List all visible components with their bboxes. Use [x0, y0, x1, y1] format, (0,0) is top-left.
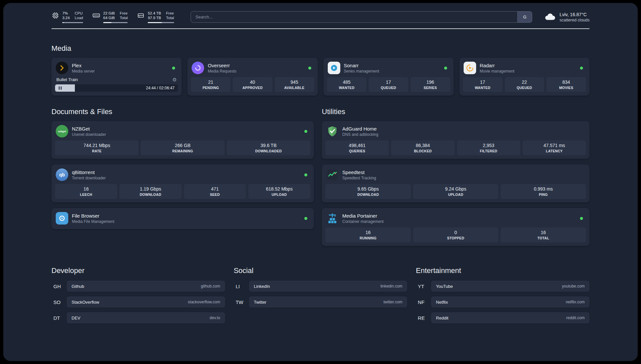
- playback-progress-bar[interactable]: 24:44 / 02:06:47: [55, 84, 178, 92]
- stat-label: BLOCKED: [392, 149, 453, 153]
- bookmark-name: Github: [72, 284, 84, 289]
- stat-label: QUEUED: [370, 86, 407, 90]
- search-input[interactable]: [191, 12, 517, 22]
- stat-tile: 498,461 QUERIES: [325, 140, 389, 155]
- stat-label: DOWNLOAD: [327, 193, 410, 197]
- stat-label: REMAINING: [142, 149, 223, 153]
- pause-icon[interactable]: [59, 86, 62, 90]
- stat-label: SERIES: [412, 86, 449, 90]
- stat-label: UPLOAD: [250, 193, 309, 197]
- stat-tile: 266 GB REMAINING: [141, 140, 224, 155]
- qbittorrent-icon: qb: [56, 168, 68, 181]
- service-card-radarr[interactable]: Radarr Movie management 17 WANTED 22 QUE…: [459, 58, 590, 96]
- portainer-icon: [326, 212, 339, 225]
- service-card-sonarr[interactable]: Sonarr Series management 485 WANTED 17 Q…: [323, 58, 454, 96]
- cpu-percent: 7%: [62, 11, 70, 15]
- bookmark-url: youtube.com: [562, 284, 585, 288]
- bookmark-abbr: TW: [234, 299, 249, 305]
- stat-tile: 1.19 Gbps DOWNLOAD: [119, 184, 181, 199]
- sonarr-icon: [328, 62, 340, 74]
- bookmark-name: Netflix: [436, 300, 448, 305]
- stat-value: 47.571 ms: [524, 142, 585, 148]
- disk-free-value: 52.4 TB: [148, 11, 161, 15]
- service-name: AdGuard Home: [342, 126, 378, 132]
- stat-tile: 485 WANTED: [327, 77, 367, 92]
- stat-value: 744.21 Mbps: [56, 142, 137, 148]
- bookmark-name: StackOverflow: [72, 300, 99, 305]
- stat-label: QUEUED: [506, 86, 543, 90]
- service-subtitle: Media File Management: [72, 219, 114, 224]
- status-dot: [580, 217, 583, 220]
- bookmark-stackoverflow[interactable]: SO StackOverflow stackoverflow.com: [51, 296, 225, 308]
- memory-icon: [92, 12, 100, 19]
- cpu-icon: [51, 12, 59, 19]
- bookmark-group-title: Entertainment: [416, 266, 590, 275]
- bookmark-abbr: NF: [416, 299, 431, 305]
- playback-time: 24:44 / 02:06:47: [146, 86, 178, 90]
- service-subtitle: Torrent downloader: [72, 176, 106, 181]
- bookmark-netflix[interactable]: NF Netflix netflix.com: [416, 296, 590, 308]
- stat-tile: 17 WANTED: [463, 77, 503, 92]
- media-section: Plex Media server Bullet Train ⚙ 24:44 /…: [51, 58, 590, 96]
- bookmark-url: dev.to: [210, 316, 220, 320]
- bookmark-github[interactable]: GH Github github.com: [51, 281, 225, 292]
- stat-tile: 945 AVAILABLE: [275, 77, 314, 92]
- stat-label: LATENCY: [524, 149, 585, 153]
- stat-label: RUNNING: [327, 236, 410, 240]
- stat-tile: 196 SERIES: [411, 77, 450, 92]
- service-card-speedtest[interactable]: Speedtest Speedtest Tracking 9.65 Gbps D…: [322, 165, 590, 202]
- stat-value: 9.65 Gbps: [327, 186, 410, 192]
- service-name: Media Portainer: [342, 213, 383, 219]
- gear-icon[interactable]: ⚙: [172, 77, 177, 82]
- stat-label: UPLOAD: [414, 193, 497, 197]
- search-provider-button[interactable]: G: [517, 12, 532, 22]
- stat-tile: 16 TOTAL: [501, 228, 586, 242]
- stat-value: 86,384: [392, 142, 453, 148]
- stat-label: AVAILABLE: [276, 86, 313, 90]
- section-title-media: Media: [51, 44, 590, 53]
- bookmark-group-entertainment: Entertainment YT YouTube youtube.com NF …: [416, 266, 590, 328]
- bookmark-reddit[interactable]: RE Reddit reddit.com: [416, 312, 590, 323]
- bookmark-group-title: Developer: [51, 266, 225, 275]
- bookmark-url: reddit.com: [566, 316, 585, 320]
- bookmark-url: twitter.com: [383, 300, 402, 304]
- stat-tile: 834 MOVIES: [546, 77, 586, 92]
- bookmark-twitter[interactable]: TW Twitter twitter.com: [234, 296, 408, 308]
- stat-label: QUERIES: [327, 149, 387, 153]
- stat-label: FILTERED: [458, 149, 519, 153]
- service-subtitle: DNS and adblocking: [342, 132, 378, 137]
- service-card-adguard[interactable]: AdGuard Home DNS and adblocking 498,461 …: [322, 121, 590, 159]
- cpu-label: CPU: [75, 11, 83, 15]
- cpu-load-value: 3.24: [62, 15, 70, 20]
- bookmark-youtube[interactable]: YT YouTube youtube.com: [416, 281, 590, 292]
- service-card-filebrowser[interactable]: File Browser Media File Management: [51, 208, 314, 229]
- bookmark-abbr: LI: [234, 284, 249, 289]
- service-card-overseerr[interactable]: Overseerr Media Requests 21 PENDING 40 A…: [187, 58, 318, 96]
- stat-label: STOPPED: [414, 236, 497, 240]
- status-dot: [304, 173, 307, 176]
- status-dot: [444, 67, 447, 70]
- stat-value: 40: [234, 79, 271, 85]
- service-card-plex[interactable]: Plex Media server Bullet Train ⚙ 24:44 /…: [51, 58, 182, 96]
- service-card-portainer[interactable]: Media Portainer Container management 16 …: [322, 208, 590, 246]
- stat-tile: 2,953 FILTERED: [457, 140, 520, 155]
- service-subtitle: Container management: [342, 219, 383, 224]
- status-dot: [580, 67, 583, 70]
- stat-value: 618.52 Mbps: [250, 186, 309, 192]
- dashboard: 7% 3.24 CPU Load 22 GiB 64 GiB: [3, 3, 638, 361]
- bookmark-abbr: DT: [51, 315, 67, 321]
- bookmark-group-social: Social LI LinkedIn linkedin.com TW Twitt…: [234, 266, 408, 328]
- stat-value: 498,461: [327, 142, 387, 148]
- service-card-nzbget[interactable]: nzbget NZBGet Usenet downloader 744.21 M…: [51, 121, 314, 159]
- stat-value: 485: [328, 79, 365, 85]
- stat-tile: 86,384 BLOCKED: [391, 140, 454, 155]
- stat-value: 196: [412, 79, 449, 85]
- bookmark-linkedin[interactable]: LI LinkedIn linkedin.com: [234, 281, 408, 292]
- stat-label: APPROVED: [234, 86, 271, 90]
- disk-progress-bar: [148, 22, 174, 23]
- bookmark-dev[interactable]: DT DEV dev.to: [51, 312, 225, 323]
- service-card-qbittorrent[interactable]: qb qBittorrent Torrent downloader 16 LEE…: [51, 165, 314, 202]
- service-subtitle: Speedtest Tracking: [342, 176, 376, 181]
- service-subtitle: Movie management: [480, 69, 514, 74]
- stat-value: 39.6 TB: [228, 142, 309, 148]
